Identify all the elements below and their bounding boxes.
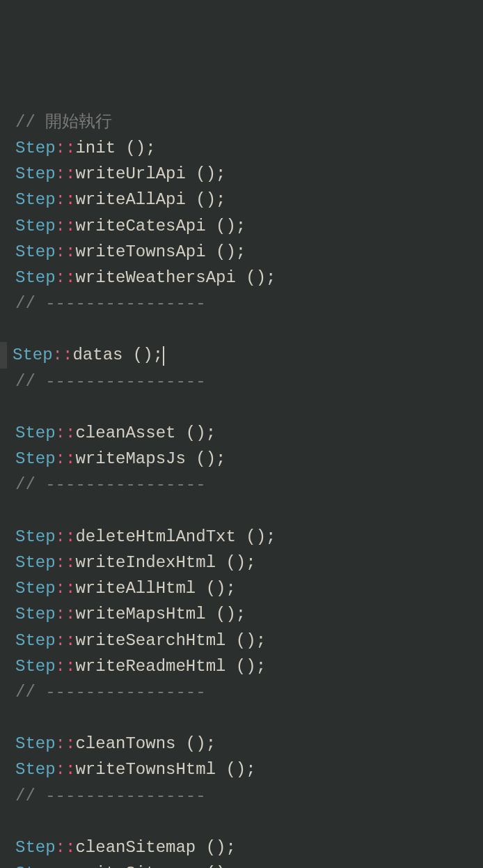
code-line[interactable]: // ---------------- [13, 472, 470, 497]
method-name: writeCatesApi [75, 217, 205, 235]
code-content [15, 316, 25, 342]
parentheses: (); [216, 553, 256, 572]
scope-operator: :: [56, 242, 76, 261]
gutter [0, 342, 7, 368]
code-content: Step::init (); [15, 135, 156, 161]
code-line[interactable]: Step::deleteHtmlAndTxt (); [13, 524, 470, 550]
code-line[interactable]: Step::writeTownsApi (); [13, 239, 470, 265]
code-line[interactable]: Step::init (); [13, 135, 470, 161]
class-name: Step [15, 217, 56, 235]
code-line[interactable]: Step::writeIndexHtml (); [13, 550, 470, 575]
parentheses: (); [116, 139, 156, 157]
code-content: Step::datas (); [13, 342, 164, 368]
code-line[interactable] [13, 316, 470, 342]
class-name: Step [15, 657, 56, 676]
scope-operator: :: [56, 657, 76, 676]
method-name: writeSitemap [75, 864, 196, 868]
parentheses: (); [175, 424, 216, 442]
class-name: Step [15, 139, 56, 157]
code-content [15, 394, 25, 420]
method-name: writeMapsJs [75, 449, 185, 468]
parentheses: (); [186, 164, 226, 183]
parentheses: (); [122, 346, 163, 364]
parentheses: (); [216, 760, 256, 779]
code-content: Step::writeTownsApi (); [15, 239, 246, 265]
scope-operator: :: [56, 268, 76, 287]
code-line[interactable]: // ---------------- [13, 369, 470, 394]
code-content: Step::cleanSitemap (); [15, 835, 236, 860]
class-name: Step [15, 579, 56, 598]
class-name: Step [15, 553, 56, 572]
code-line[interactable]: Step::writeAllApi (); [13, 187, 470, 212]
code-line[interactable]: Step::writeSearchHtml (); [13, 628, 470, 653]
code-content: // ---------------- [15, 472, 206, 497]
code-line[interactable]: Step::writeReadmeHtml (); [13, 653, 470, 679]
code-line[interactable]: Step::cleanTowns (); [13, 731, 470, 757]
code-line[interactable]: // ---------------- [13, 783, 470, 809]
code-line[interactable]: Step::writeAllHtml (); [13, 575, 470, 601]
code-line[interactable]: Step::writeTownsHtml (); [13, 757, 470, 782]
code-line[interactable]: Step::writeMapsJs (); [13, 446, 470, 472]
method-name: writeTownsApi [75, 242, 205, 261]
code-editor[interactable]: // 開始執行Step::init ();Step::writeUrlApi (… [13, 109, 470, 868]
code-line[interactable]: // ---------------- [13, 290, 470, 316]
scope-operator: :: [56, 734, 76, 753]
code-content: Step::writeReadmeHtml (); [15, 653, 266, 679]
method-name: writeSearchHtml [75, 631, 225, 650]
scope-operator: :: [56, 864, 76, 868]
comment-text: // ---------------- [15, 372, 206, 391]
code-line[interactable] [13, 705, 470, 731]
code-line[interactable]: Step::writeUrlApi (); [13, 161, 470, 187]
code-line[interactable]: Step::cleanAsset (); [13, 420, 470, 446]
method-name: cleanTowns [75, 734, 175, 753]
code-content: Step::writeSitemap (); [15, 860, 236, 868]
text-cursor [163, 346, 164, 366]
code-line[interactable]: Step::datas (); [13, 342, 470, 368]
scope-operator: :: [56, 838, 76, 857]
code-line[interactable]: // ---------------- [13, 679, 470, 705]
scope-operator: :: [56, 579, 76, 598]
code-line[interactable]: Step::writeSitemap (); [13, 860, 470, 868]
class-name: Step [15, 864, 56, 868]
method-name: writeUrlApi [75, 164, 185, 183]
code-content: Step::writeWeathersApi (); [15, 265, 276, 290]
code-line[interactable] [13, 809, 470, 835]
code-content: // ---------------- [15, 679, 206, 705]
code-content: // ---------------- [15, 369, 206, 394]
code-line[interactable]: Step::cleanSitemap (); [13, 835, 470, 860]
method-name: writeWeathersApi [75, 268, 235, 287]
parentheses: (); [196, 838, 236, 857]
code-line[interactable]: Step::writeMapsHtml (); [13, 601, 470, 627]
code-line[interactable]: Step::writeCatesApi (); [13, 213, 470, 239]
comment-text: // ---------------- [15, 475, 206, 494]
code-content: Step::writeCatesApi (); [15, 213, 246, 239]
code-content: Step::writeMapsHtml (); [15, 601, 246, 627]
scope-operator: :: [56, 527, 76, 546]
code-line[interactable] [13, 394, 470, 420]
parentheses: (); [236, 527, 276, 546]
parentheses: (); [236, 268, 276, 287]
code-line[interactable]: Step::writeWeathersApi (); [13, 265, 470, 290]
code-content: Step::writeMapsJs (); [15, 446, 225, 472]
method-name: writeMapsHtml [75, 605, 205, 623]
code-content [15, 809, 25, 835]
class-name: Step [15, 605, 56, 623]
parentheses: (); [206, 242, 246, 261]
comment-text: // ---------------- [15, 786, 206, 805]
class-name: Step [15, 424, 56, 442]
code-content: Step::writeTownsHtml (); [15, 757, 256, 782]
class-name: Step [15, 190, 56, 209]
code-content: Step::cleanTowns (); [15, 731, 216, 757]
code-line[interactable]: // 開始執行 [13, 109, 470, 135]
method-name: writeAllApi [75, 190, 185, 209]
method-name: cleanAsset [75, 424, 175, 442]
method-name: datas [72, 346, 122, 364]
code-line[interactable] [13, 498, 470, 524]
method-name: writeTownsHtml [75, 760, 216, 779]
scope-operator: :: [56, 139, 76, 157]
parentheses: (); [206, 217, 246, 235]
scope-operator: :: [53, 346, 73, 364]
scope-operator: :: [56, 553, 76, 572]
code-content [15, 705, 25, 731]
code-content [15, 498, 25, 524]
